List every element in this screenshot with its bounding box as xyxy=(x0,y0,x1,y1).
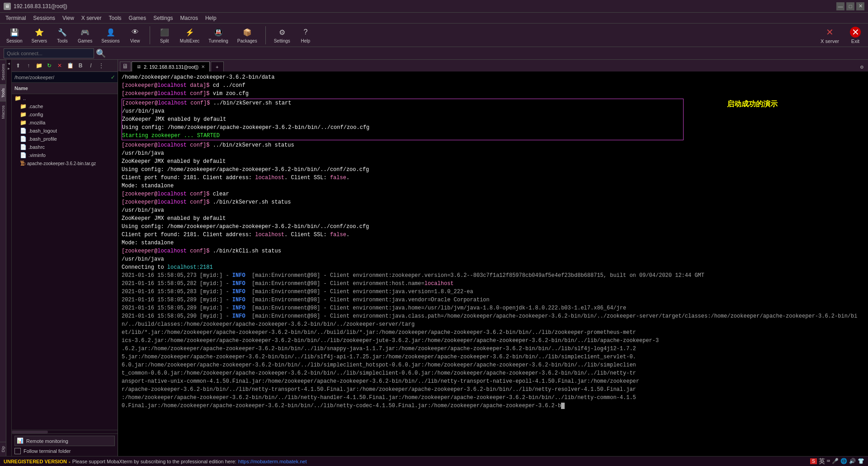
file-bashrc-icon: 📄 xyxy=(20,144,27,150)
minimize-button[interactable]: — xyxy=(836,2,844,10)
file-item-parent[interactable]: 📁 .. xyxy=(12,94,118,102)
toolbar-help-label: Help xyxy=(301,38,311,43)
toolbar-games-btn[interactable]: 🎮 Games xyxy=(75,26,95,44)
follow-terminal-row: Follow terminal folder xyxy=(14,448,115,454)
file-item-bash-logout[interactable]: 📄 .bash_logout xyxy=(12,127,118,135)
maximize-button[interactable]: □ xyxy=(846,2,854,10)
menu-tools[interactable]: Tools xyxy=(105,14,125,22)
toolbar-sessions-btn[interactable]: 👤 Sessions xyxy=(99,26,123,44)
tab-bar: 🖥 🖥 2. 192.168.83.131([root]) ✕ + ⚙ xyxy=(118,60,868,71)
main-wrapper: Sessions Tools Macros Dip ◀ ▶ ⬆ ↑ 📁 ↻ ✕ … xyxy=(0,60,868,456)
tools-icon: 🔧 xyxy=(57,27,68,38)
term-line-36: t_common-0.6.0.jar:/home/zookeeper/apach… xyxy=(122,369,864,377)
file-bold-btn[interactable]: B xyxy=(76,61,85,70)
term-line-7: Using config: /home/zookeeper/apache-zoo… xyxy=(122,124,683,132)
sidenav-macros[interactable]: Macros xyxy=(0,101,6,123)
status-message: Please support MobaXterm by subscribing … xyxy=(72,459,236,464)
file-up-btn[interactable]: ↑ xyxy=(24,61,33,70)
toolbar-settings-btn[interactable]: ⚙ Settings xyxy=(271,26,293,44)
system-tray: S 英 ⌨ 🎤 🌐 🔊 👕 xyxy=(810,457,864,466)
file-item-mozilla[interactable]: 📁 .mozilla xyxy=(12,119,118,127)
menu-settings[interactable]: Settings xyxy=(150,14,176,22)
quick-connect-input[interactable] xyxy=(4,48,94,58)
terminal-tab-1[interactable]: 🖥 2. 192.168.83.131([root]) ✕ xyxy=(132,62,210,71)
tray-speaker-icon[interactable]: 🔊 xyxy=(849,458,856,465)
new-tab-btn[interactable]: + xyxy=(211,62,223,71)
file-delete-btn[interactable]: ✕ xyxy=(55,61,64,70)
term-line-10: /usr/bin/java xyxy=(122,149,864,157)
toolbar-tools-btn[interactable]: 🔧 Tools xyxy=(53,26,71,44)
file-home-btn[interactable]: ⬆ xyxy=(14,61,23,70)
menu-terminal[interactable]: Terminal xyxy=(2,14,29,22)
toolbar-multiexec-btn[interactable]: ⚡ MultiExec xyxy=(177,26,202,44)
file-item-cache-label: .cache xyxy=(28,104,43,109)
multiexec-icon: ⚡ xyxy=(184,27,195,38)
menu-help[interactable]: Help xyxy=(202,14,220,22)
follow-terminal-checkbox[interactable] xyxy=(14,448,21,454)
tray-keyboard-icon[interactable]: ⌨ xyxy=(827,458,830,465)
file-copy-btn[interactable]: 📋 xyxy=(66,61,75,70)
file-item-cache[interactable]: 📁 .cache xyxy=(12,102,118,110)
file-item-bash-profile[interactable]: 📄 .bash_profile xyxy=(12,135,118,143)
file-item-bashrc[interactable]: 📄 .bashrc xyxy=(12,143,118,151)
expand-arrow-icon[interactable]: ▶ xyxy=(8,67,10,71)
collapse-arrow-icon[interactable]: ◀ xyxy=(8,62,10,66)
file-item-config[interactable]: 📁 .config xyxy=(12,110,118,119)
sidenav-tools[interactable]: Tools xyxy=(0,84,6,101)
file-scrollbar-h[interactable] xyxy=(12,430,118,433)
file-more-btn[interactable]: ⋮ xyxy=(97,61,106,70)
tray-mic-icon[interactable]: 🎤 xyxy=(832,458,839,465)
toolbar-right: ✕ X server ✕ Exit xyxy=(817,25,864,46)
file-item-viminfo[interactable]: 📄 .viminfo xyxy=(12,151,118,159)
term-line-37: ansport-native-unix-common-4.1.50.Final.… xyxy=(122,377,864,385)
file-refresh-btn[interactable]: ↻ xyxy=(45,61,54,70)
file-italic-btn[interactable]: I xyxy=(86,61,95,70)
file-item-tarball[interactable]: 🗜 apache-zookeeper-3.6.2-bin.tar.gz xyxy=(12,159,118,167)
menu-xserver[interactable]: X server xyxy=(78,14,105,22)
file-item-bash-profile-label: .bash_profile xyxy=(28,136,57,142)
tray-network-icon[interactable]: 🌐 xyxy=(840,458,847,465)
toolbar: 💾 Session ⭐ Servers 🔧 Tools 🎮 Games 👤 Se… xyxy=(0,24,868,47)
file-new-folder-btn[interactable]: 📁 xyxy=(34,61,43,70)
sidenav-dip[interactable]: Dip xyxy=(0,442,6,456)
term-line-9: [zookeeper@localhost conf]$ ../bin/zkSer… xyxy=(122,141,864,149)
term-line-1: /home/zookeeper/apache-zookeeper-3.6.2-b… xyxy=(122,73,864,81)
tab-nav-icon[interactable]: 🖥 xyxy=(120,62,131,71)
tray-lang-icon[interactable]: 英 xyxy=(819,457,825,466)
quick-connect-search-icon[interactable]: 🔍 xyxy=(96,48,106,58)
file-item-bash-logout-label: .bash_logout xyxy=(28,128,57,133)
menu-view[interactable]: View xyxy=(59,14,78,22)
collapse-panel[interactable]: ◀ ▶ xyxy=(6,60,12,456)
toolbar-session-btn[interactable]: 💾 Session xyxy=(4,26,25,44)
file-path-text: /home/zookeeper/ xyxy=(14,75,109,80)
close-button[interactable]: ✕ xyxy=(856,2,864,10)
tray-shirt-icon[interactable]: 👕 xyxy=(858,458,864,465)
remote-monitor-label: Remote monitoring xyxy=(26,438,68,444)
toolbar-view-label: View xyxy=(130,38,140,43)
term-line-11: ZooKeeper JMX enabled by default xyxy=(122,157,864,166)
xserver-btn[interactable]: ✕ X server xyxy=(817,25,843,46)
exit-btn[interactable]: ✕ Exit xyxy=(846,25,864,46)
status-link[interactable]: https://mobaxterm.mobatek.net xyxy=(238,459,307,464)
menu-sessions[interactable]: Sessions xyxy=(29,14,59,22)
toolbar-split-btn[interactable]: ⬛ Split xyxy=(156,26,174,44)
file-scrollbar-thumb[interactable] xyxy=(12,431,48,433)
sidenav-sessions[interactable]: Sessions xyxy=(0,60,6,84)
folder-mozilla-icon: 📁 xyxy=(20,119,27,126)
menu-games[interactable]: Games xyxy=(125,14,150,22)
term-line-21: Mode: standalone xyxy=(122,239,864,247)
terminal-settings-icon[interactable]: ⚙ xyxy=(858,63,866,71)
toolbar-servers-btn[interactable]: ⭐ Servers xyxy=(29,26,50,44)
toolbar-packages-btn[interactable]: 📦 Packages xyxy=(235,26,260,44)
toolbar-help-btn[interactable]: ? Help xyxy=(297,26,315,44)
menu-macros[interactable]: Macros xyxy=(177,14,202,22)
tab-close-btn-1[interactable]: ✕ xyxy=(201,64,205,69)
toolbar-sep-1 xyxy=(150,26,150,44)
term-line-32: ics-3.6.2.jar:/home/zookeeper/apache-zoo… xyxy=(122,337,864,345)
terminal-content[interactable]: 启动成功的演示 /home/zookeeper/apache-zookeeper… xyxy=(118,71,868,456)
remote-monitor-icon: 📊 xyxy=(17,437,24,444)
tray-s-icon[interactable]: S xyxy=(810,458,817,464)
remote-monitor-btn[interactable]: 📊 Remote monitoring xyxy=(14,436,115,446)
toolbar-tunneling-btn[interactable]: 🚇 Tunneling xyxy=(206,26,231,44)
toolbar-view-btn[interactable]: 👁 View xyxy=(126,26,144,44)
